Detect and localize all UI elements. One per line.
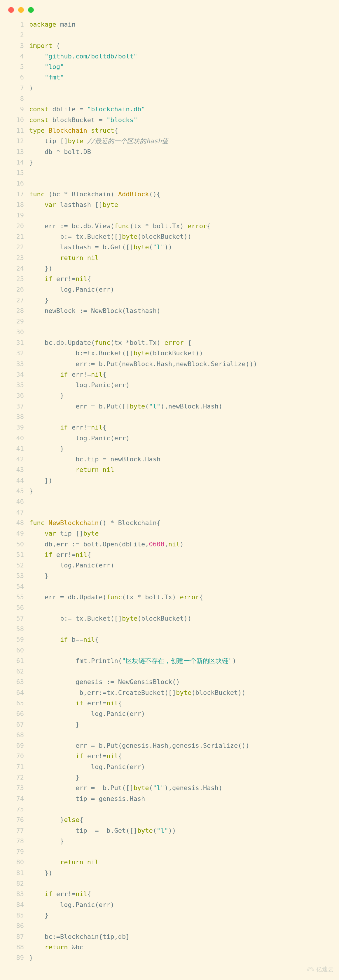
line-source[interactable]: if err!=nil{ bbox=[29, 369, 331, 380]
line-source[interactable] bbox=[29, 804, 331, 815]
line-source[interactable]: b,err:=tx.CreateBucket([]byte(blockBucke… bbox=[29, 687, 331, 698]
line-source[interactable] bbox=[29, 666, 331, 677]
line-source[interactable] bbox=[29, 316, 331, 327]
line-source[interactable]: } bbox=[29, 910, 331, 921]
code-line[interactable]: 20 err := bc.db.View(func(tx * bolt.Tx) … bbox=[8, 221, 331, 231]
line-source[interactable]: }) bbox=[29, 476, 331, 486]
line-source[interactable]: } bbox=[29, 444, 331, 454]
code-line[interactable]: 38 bbox=[8, 412, 331, 422]
line-source[interactable]: package main bbox=[29, 19, 331, 30]
close-icon[interactable] bbox=[8, 7, 14, 13]
code-line[interactable]: 10const blockBucket = "blocks" bbox=[8, 115, 331, 125]
line-source[interactable] bbox=[29, 507, 331, 518]
code-line[interactable]: 87 bc:=Blockchain{tip,db} bbox=[8, 932, 331, 942]
line-source[interactable]: import ( bbox=[29, 41, 331, 51]
code-line[interactable]: 28 newBlock := NewBlock(lasthash) bbox=[8, 305, 331, 316]
line-source[interactable] bbox=[29, 94, 331, 104]
line-source[interactable]: log.Panic(err) bbox=[29, 433, 331, 444]
code-line[interactable]: 63 genesis := NewGensisBlock() bbox=[8, 677, 331, 687]
line-source[interactable]: err:= b.Put(newBlock.Hash,newBlock.Seria… bbox=[29, 359, 331, 369]
line-source[interactable] bbox=[29, 878, 331, 889]
line-source[interactable]: "fmt" bbox=[29, 72, 331, 83]
code-line[interactable]: 57 b:= tx.Bucket([]byte(blockBucket)) bbox=[8, 613, 331, 624]
line-source[interactable]: if b==nil{ bbox=[29, 634, 331, 645]
line-source[interactable]: bc.db.Update(func(tx *bolt.Tx) error { bbox=[29, 337, 331, 348]
line-source[interactable]: }) bbox=[29, 263, 331, 274]
line-source[interactable]: tip = b.Get([]byte("l")) bbox=[29, 826, 331, 836]
code-line[interactable]: 11type Blockchain struct{ bbox=[8, 125, 331, 136]
line-source[interactable]: tip []byte //最近的一个区块的hash值 bbox=[29, 136, 331, 146]
line-source[interactable] bbox=[29, 624, 331, 634]
line-source[interactable]: log.Panic(err) bbox=[29, 708, 331, 719]
code-line[interactable]: 74 tip = genesis.Hash bbox=[8, 794, 331, 804]
line-source[interactable]: b:= tx.Bucket([]byte(blockBucket)) bbox=[29, 613, 331, 624]
code-line[interactable]: 44 }) bbox=[8, 476, 331, 486]
code-line[interactable]: 24 }) bbox=[8, 263, 331, 274]
line-source[interactable]: "github.com/boltdb/bolt" bbox=[29, 51, 331, 62]
code-line[interactable]: 89} bbox=[8, 953, 331, 963]
code-line[interactable]: 72 } bbox=[8, 772, 331, 783]
code-line[interactable]: 80 return nil bbox=[8, 857, 331, 867]
code-line[interactable]: 59 if b==nil{ bbox=[8, 634, 331, 645]
code-line[interactable]: 81 }) bbox=[8, 868, 331, 878]
code-line[interactable]: 88 return &bc bbox=[8, 942, 331, 953]
code-line[interactable]: 30 bbox=[8, 327, 331, 337]
code-line[interactable]: 22 lasthash = b.Get([]byte("l")) bbox=[8, 242, 331, 253]
code-line[interactable]: 67 } bbox=[8, 719, 331, 730]
code-line[interactable]: 27 } bbox=[8, 295, 331, 305]
code-line[interactable]: 60 bbox=[8, 645, 331, 655]
code-line[interactable]: 41 } bbox=[8, 444, 331, 454]
line-source[interactable]: } bbox=[29, 295, 331, 305]
code-line[interactable]: 2 bbox=[8, 30, 331, 40]
line-source[interactable] bbox=[29, 30, 331, 40]
line-source[interactable]: func (bc * Blockchain) AddBlock(){ bbox=[29, 189, 331, 200]
code-line[interactable]: 29 bbox=[8, 316, 331, 327]
line-source[interactable]: } bbox=[29, 571, 331, 581]
code-line[interactable]: 26 log.Panic(err) bbox=[8, 284, 331, 295]
code-line[interactable]: 48func NewBlockchain() * Blockchain{ bbox=[8, 518, 331, 528]
code-line[interactable]: 54 bbox=[8, 581, 331, 592]
code-line[interactable]: 70 if err!=nil{ bbox=[8, 751, 331, 762]
code-line[interactable]: 6 "fmt" bbox=[8, 72, 331, 83]
code-line[interactable]: 61 fmt.Println("区块链不存在，创建一个新的区块链") bbox=[8, 655, 331, 666]
code-line[interactable]: 17func (bc * Blockchain) AddBlock(){ bbox=[8, 189, 331, 200]
code-line[interactable]: 14} bbox=[8, 157, 331, 168]
code-line[interactable]: 8 bbox=[8, 94, 331, 104]
code-line[interactable]: 23 return nil bbox=[8, 253, 331, 263]
code-line[interactable]: 85 } bbox=[8, 910, 331, 921]
line-source[interactable]: } bbox=[29, 157, 331, 168]
code-line[interactable]: 52 log.Panic(err) bbox=[8, 560, 331, 571]
code-line[interactable]: 69 err = b.Put(genesis.Hash,genesis.Seri… bbox=[8, 740, 331, 751]
line-source[interactable]: ) bbox=[29, 83, 331, 94]
code-line[interactable]: 16 bbox=[8, 178, 331, 189]
code-editor[interactable]: 1package main23import (4 "github.com/bol… bbox=[0, 19, 339, 963]
line-source[interactable] bbox=[29, 603, 331, 613]
line-source[interactable]: genesis := NewGensisBlock() bbox=[29, 677, 331, 687]
line-source[interactable]: err = db.Update(func(tx * bolt.Tx) error… bbox=[29, 592, 331, 603]
line-source[interactable]: } bbox=[29, 390, 331, 401]
code-line[interactable]: 71 log.Panic(err) bbox=[8, 762, 331, 772]
code-line[interactable]: 83 if err!=nil{ bbox=[8, 889, 331, 899]
line-source[interactable]: }else{ bbox=[29, 815, 331, 825]
line-source[interactable]: type Blockchain struct{ bbox=[29, 125, 331, 136]
line-source[interactable]: b:= tx.Bucket([]byte(blockBucket)) bbox=[29, 231, 331, 242]
code-line[interactable]: 58 bbox=[8, 624, 331, 634]
line-source[interactable]: return &bc bbox=[29, 942, 331, 953]
line-source[interactable] bbox=[29, 921, 331, 931]
line-source[interactable]: } bbox=[29, 836, 331, 846]
code-line[interactable]: 68 bbox=[8, 730, 331, 740]
code-line[interactable]: 66 log.Panic(err) bbox=[8, 708, 331, 719]
line-source[interactable]: err := bc.db.View(func(tx * bolt.Tx) err… bbox=[29, 221, 331, 231]
line-source[interactable] bbox=[29, 645, 331, 655]
line-source[interactable]: db,err := bolt.Open(dbFile,0600,nil) bbox=[29, 539, 331, 550]
line-source[interactable]: b:=tx.Bucket([]byte(blockBucket)) bbox=[29, 348, 331, 358]
code-line[interactable]: 56 bbox=[8, 603, 331, 613]
code-line[interactable]: 21 b:= tx.Bucket([]byte(blockBucket)) bbox=[8, 231, 331, 242]
code-line[interactable]: 79 bbox=[8, 846, 331, 857]
line-source[interactable] bbox=[29, 496, 331, 507]
line-source[interactable]: return nil bbox=[29, 857, 331, 867]
line-source[interactable]: if err!=nil{ bbox=[29, 550, 331, 560]
code-line[interactable]: 78 } bbox=[8, 836, 331, 846]
line-source[interactable]: if err!=nil{ bbox=[29, 422, 331, 433]
code-line[interactable]: 36 } bbox=[8, 390, 331, 401]
